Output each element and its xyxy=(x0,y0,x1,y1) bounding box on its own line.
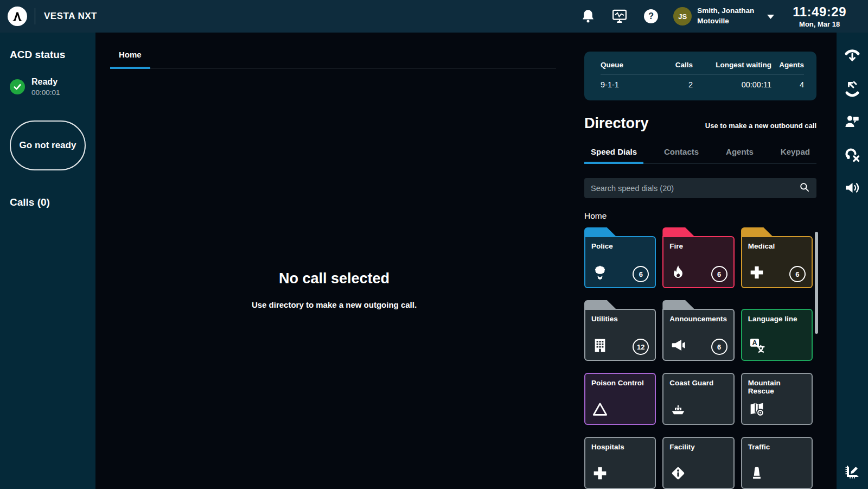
scrollbar-thumb[interactable] xyxy=(815,232,818,334)
user-menu[interactable]: JS Smith, Jonathan Motoville xyxy=(673,6,774,27)
folder-tile-utilities[interactable]: Utilities12 xyxy=(584,300,656,361)
call-workspace: Home No call selected Use directory to m… xyxy=(95,33,584,489)
count-badge: 6 xyxy=(633,266,649,282)
acd-state-label: Ready xyxy=(31,77,60,87)
help-icon[interactable]: ? xyxy=(643,8,659,24)
tile-label: Coast Guard xyxy=(669,379,727,387)
queue-col-header: Queue xyxy=(601,61,660,69)
medical-cross-icon xyxy=(748,264,765,281)
tile-label: Hospitals xyxy=(591,443,649,451)
system-monitor-icon[interactable] xyxy=(611,8,628,24)
phone-down-arrow-icon[interactable] xyxy=(844,47,861,64)
empty-state-subtitle: Use directory to make a new outgoing cal… xyxy=(95,300,573,309)
traffic-beacon-icon xyxy=(748,465,765,482)
queue-row: 9-1-1 2 00:00:11 4 xyxy=(601,74,804,89)
directory-panel: Queue Calls Longest waiting Agents 9-1-1… xyxy=(584,33,837,489)
search-input[interactable] xyxy=(591,184,799,193)
police-badge-icon xyxy=(591,264,609,281)
speed-dial-tile-poison-control[interactable]: Poison Control xyxy=(584,373,656,425)
tile-label: Announcements xyxy=(669,315,727,323)
queue-col-header: Calls xyxy=(660,61,693,69)
speed-dial-search[interactable] xyxy=(584,178,816,198)
ready-check-icon xyxy=(10,79,25,94)
svg-text:A: A xyxy=(752,339,757,347)
acd-state-timer: 00:00:01 xyxy=(31,88,60,97)
info-diamond-icon xyxy=(669,465,687,482)
clock-date: Mon, Mar 18 xyxy=(793,20,846,28)
notifications-bell-icon[interactable] xyxy=(580,8,596,24)
tile-label: Language line xyxy=(748,315,806,323)
queue-cell-name: 9-1-1 xyxy=(601,74,660,89)
speed-dial-tile-traffic[interactable]: Traffic xyxy=(741,437,813,489)
count-badge: 6 xyxy=(711,339,727,355)
empty-state-title: No call selected xyxy=(95,270,573,287)
tile-body: Language lineA xyxy=(741,309,813,361)
folder-tile-police[interactable]: Police6 xyxy=(584,227,656,288)
queue-cell-calls: 2 xyxy=(660,74,693,89)
queue-cell-agents: 4 xyxy=(771,74,804,89)
headset-cancel-icon[interactable] xyxy=(844,146,861,163)
tile-label: Facility xyxy=(669,443,727,451)
tile-body: Mountain Rescue xyxy=(741,373,813,425)
queue-col-header: Agents xyxy=(771,61,804,69)
tile-label: Traffic xyxy=(748,443,806,451)
speed-dial-grid: Police6Fire6Medical6Utilities12Announcem… xyxy=(584,227,813,489)
boat-icon xyxy=(669,401,687,418)
tile-label: Utilities xyxy=(591,315,649,323)
chevron-down-icon[interactable] xyxy=(767,11,774,21)
tile-label: Mountain Rescue xyxy=(748,379,806,395)
flame-icon xyxy=(669,264,687,281)
warning-triangle-icon xyxy=(591,401,609,418)
tile-body: Medical6 xyxy=(741,236,813,288)
speed-dial-tile-coast-guard[interactable]: Coast Guard xyxy=(662,373,734,425)
speed-dial-tile-facility[interactable]: Facility xyxy=(662,437,734,489)
speed-dial-tile-mountain-rescue[interactable]: Mountain Rescue xyxy=(741,373,813,425)
queue-cell-longest-waiting: 00:00:11 xyxy=(693,74,771,89)
search-icon xyxy=(799,182,810,195)
building-icon xyxy=(591,336,609,354)
ruler-pencil-icon[interactable] xyxy=(844,463,861,480)
go-not-ready-button[interactable]: Go not ready xyxy=(10,120,86,170)
directory-title: Directory xyxy=(584,115,649,132)
acd-status-row: Ready 00:00:01 xyxy=(10,77,86,97)
tab-contacts[interactable]: Contacts xyxy=(658,147,705,164)
folder-tile-announcements[interactable]: Announcements6 xyxy=(662,300,734,361)
tile-body: Poison Control xyxy=(584,373,656,425)
map-compass-icon xyxy=(748,401,765,418)
clock: 11:49:29 Mon, Mar 18 xyxy=(793,4,846,28)
count-badge: 6 xyxy=(789,266,806,282)
top-bar: VESTA NXT ? JS Smith, Jonathan Motoville xyxy=(0,0,868,33)
avatar: JS xyxy=(673,7,692,26)
acd-sidebar: ACD status Ready 00:00:01 Go not ready C… xyxy=(0,33,95,489)
folder-tab xyxy=(584,227,616,236)
tab-speed-dials[interactable]: Speed Dials xyxy=(584,147,643,164)
speaker-volume-icon[interactable] xyxy=(844,179,861,196)
folder-tile-medical[interactable]: Medical6 xyxy=(741,227,813,288)
tile-body: Fire6 xyxy=(662,236,734,288)
count-badge: 12 xyxy=(633,339,649,355)
folder-tab xyxy=(741,227,773,236)
tile-label: Medical xyxy=(748,242,806,250)
app-title: VESTA NXT xyxy=(44,11,97,22)
tab-agents[interactable]: Agents xyxy=(719,147,760,164)
directory-tabbar: Speed DialsContactsAgentsKeypad xyxy=(584,147,816,164)
tile-body: Utilities12 xyxy=(584,309,656,361)
queue-header-row: Queue Calls Longest waiting Agents xyxy=(601,61,804,69)
translate-icon: A xyxy=(748,336,765,354)
speed-dial-tile-hospitals[interactable]: Hospitals xyxy=(584,437,656,489)
phone-callback-icon[interactable] xyxy=(844,80,861,97)
queue-col-header: Longest waiting xyxy=(693,61,771,69)
clock-time: 11:49:29 xyxy=(793,4,846,20)
directory-group-label: Home xyxy=(584,211,816,221)
folder-tile-fire[interactable]: Fire6 xyxy=(662,227,734,288)
person-chat-icon[interactable] xyxy=(844,113,861,130)
folder-tab xyxy=(662,227,694,236)
tile-body: Hospitals xyxy=(584,437,656,489)
tile-label: Fire xyxy=(669,242,727,250)
tab-home[interactable]: Home xyxy=(110,50,150,69)
speed-dial-tile-language-line[interactable]: Language lineA xyxy=(741,309,813,361)
tile-body: Traffic xyxy=(741,437,813,489)
tab-keypad[interactable]: Keypad xyxy=(774,147,816,164)
calls-count-label: Calls (0) xyxy=(10,196,86,208)
tile-body: Coast Guard xyxy=(662,373,734,425)
